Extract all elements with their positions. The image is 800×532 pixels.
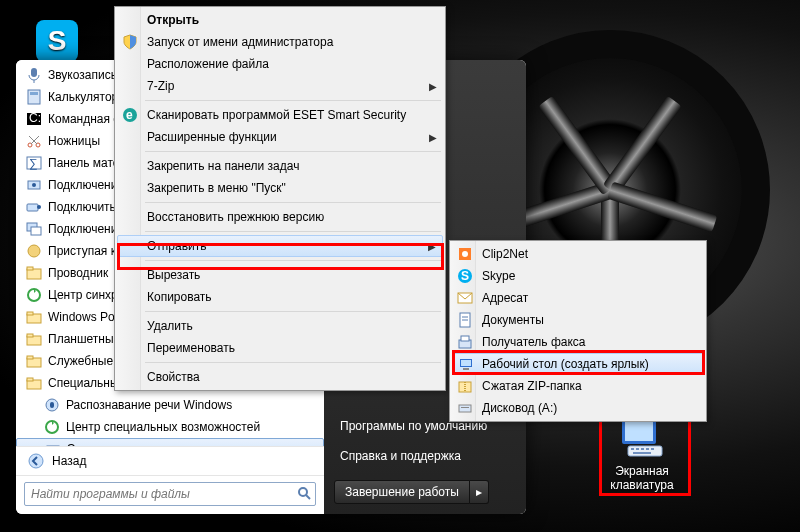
svg-rect-0 <box>31 68 37 77</box>
back-label: Назад <box>52 454 86 468</box>
search-icon <box>297 486 311 500</box>
clip2net-icon <box>457 246 473 262</box>
submenu-arrow-icon: ▶ <box>429 132 437 143</box>
calc-icon <box>26 89 42 105</box>
ctx-label: Расширенные функции <box>147 130 277 144</box>
svg-rect-20 <box>27 267 33 270</box>
highlight-send-to <box>117 243 444 270</box>
ctx-label: Получатель факса <box>482 335 586 349</box>
mail-icon <box>457 290 473 306</box>
ctx-separator <box>145 311 441 312</box>
sendto-item[interactable]: Сжатая ZIP-папка <box>452 375 704 397</box>
svg-rect-14 <box>27 204 38 211</box>
svg-rect-31 <box>50 402 54 408</box>
program-label: Распознавание речи Windows <box>66 398 232 412</box>
eset-icon: e <box>122 107 138 123</box>
sendto-item[interactable]: Дисковод (A:) <box>452 397 704 419</box>
right-item-help[interactable]: Справка и поддержка <box>334 444 516 468</box>
svg-rect-29 <box>27 378 33 381</box>
drive-icon <box>457 400 473 416</box>
zip-icon <box>457 378 473 394</box>
ctx-label: Skype <box>482 269 515 283</box>
ctx-item[interactable]: Расширенные функции▶ <box>117 126 443 148</box>
svg-text:S: S <box>461 269 469 283</box>
ctx-label: Вырезать <box>147 268 200 282</box>
ctx-item[interactable]: eСканировать программой ESET Smart Secur… <box>117 104 443 126</box>
svg-rect-27 <box>27 356 33 359</box>
ctx-item[interactable]: Закрепить на панели задач <box>117 155 443 177</box>
ctx-item[interactable]: Восстановить прежнюю версию <box>117 206 443 228</box>
highlight-desktop-shortcut <box>599 414 691 496</box>
ctx-label: 7-Zip <box>147 79 174 93</box>
svg-rect-23 <box>27 312 33 315</box>
back-icon <box>28 453 44 469</box>
rdp-icon <box>26 221 42 237</box>
sendto-item[interactable]: Адресат <box>452 287 704 309</box>
svg-point-18 <box>28 245 40 257</box>
ctx-item[interactable]: 7-Zip▶ <box>117 75 443 97</box>
program-item[interactable]: Распознавание речи Windows <box>16 394 324 416</box>
math-icon: ∑ <box>26 155 42 171</box>
ctx-label: Запуск от имени администратора <box>147 35 333 49</box>
ctx-label: Закрепить на панели задач <box>147 159 299 173</box>
ctx-label: Адресат <box>482 291 528 305</box>
back-button[interactable]: Назад <box>16 446 324 475</box>
ctx-label: Сжатая ZIP-папка <box>482 379 582 393</box>
folder-icon <box>26 375 42 391</box>
program-label: Калькулятор <box>48 90 118 104</box>
ctx-label: Закрепить в меню "Пуск" <box>147 181 286 195</box>
svg-rect-68 <box>459 405 471 412</box>
ctx-item[interactable]: Открыть <box>117 9 443 31</box>
svg-rect-3 <box>30 92 38 95</box>
program-item[interactable]: Экранная клавиатура <box>16 438 324 446</box>
context-menu: ОткрытьЗапуск от имени администратораРас… <box>114 6 446 391</box>
svg-rect-62 <box>461 336 469 341</box>
ctx-label: Удалить <box>147 319 193 333</box>
shield-icon <box>122 34 138 50</box>
cmd-icon: C:\ <box>26 111 42 127</box>
svg-rect-25 <box>27 334 33 337</box>
svg-text:e: e <box>126 108 133 122</box>
ctx-item[interactable]: Свойства <box>117 366 443 388</box>
shutdown-button[interactable]: Завершение работы <box>334 480 470 504</box>
search-row <box>16 475 324 514</box>
sendto-item[interactable]: SSkype <box>452 265 704 287</box>
folder-icon <box>26 309 42 325</box>
fax-icon <box>457 334 473 350</box>
ctx-item[interactable]: Закрепить в меню "Пуск" <box>117 177 443 199</box>
submenu-arrow-icon: ▶ <box>429 81 437 92</box>
shutdown-options-button[interactable]: ▸ <box>470 480 489 504</box>
ctx-item[interactable]: Запуск от имени администратора <box>117 31 443 53</box>
skype-icon: S <box>457 268 473 284</box>
sendto-item[interactable]: Clip2Net <box>452 243 704 265</box>
search-input[interactable] <box>24 482 316 506</box>
program-label: Ножницы <box>48 134 100 148</box>
ctx-item[interactable]: Удалить <box>117 315 443 337</box>
scissors-icon <box>26 133 42 149</box>
ctx-label: Расположение файла <box>147 57 269 71</box>
ctx-label: Переименовать <box>147 341 235 355</box>
program-label: Звукозапись <box>48 68 117 82</box>
svg-point-15 <box>37 205 41 209</box>
highlight-desktop-create-shortcut <box>452 350 705 375</box>
shutdown-group: Завершение работы ▸ <box>334 480 516 504</box>
ctx-item[interactable]: Расположение файла <box>117 53 443 75</box>
ctx-item[interactable]: Копировать <box>117 286 443 308</box>
speech-icon <box>44 397 60 413</box>
ctx-label: Сканировать программой ESET Smart Securi… <box>147 108 406 122</box>
ctx-label: Документы <box>482 313 544 327</box>
folder-icon <box>26 331 42 347</box>
svg-line-41 <box>306 495 310 499</box>
ctx-label: Дисковод (A:) <box>482 401 557 415</box>
program-item[interactable]: Центр специальных возможностей <box>16 416 324 438</box>
desktop-icon-skype[interactable]: S <box>14 20 100 62</box>
sendto-item[interactable]: Документы <box>452 309 704 331</box>
program-label: Проводник <box>48 266 108 280</box>
svg-rect-69 <box>461 407 469 408</box>
ctx-label: Копировать <box>147 290 212 304</box>
svg-point-39 <box>29 454 43 468</box>
ctx-item[interactable]: Переименовать <box>117 337 443 359</box>
sync-icon <box>44 419 60 435</box>
proj-icon <box>26 199 42 215</box>
send-to-submenu: Clip2NetSSkypeАдресатДокументыПолучатель… <box>449 240 707 422</box>
